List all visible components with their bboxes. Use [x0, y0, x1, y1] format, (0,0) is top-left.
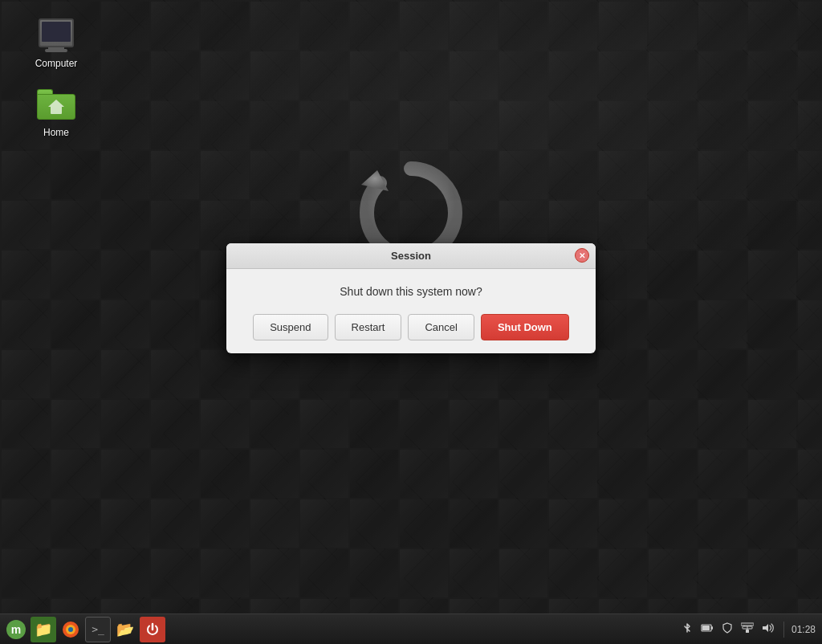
svg-rect-12: [741, 623, 754, 626]
dialog-titlebar: Session: [226, 243, 596, 269]
desktop-icons-container: Computer Home: [24, 16, 88, 138]
house-body: [51, 107, 62, 114]
taskbar: m 📁 >_ 📂: [0, 613, 822, 644]
computer-icon-label: Computer: [35, 58, 78, 69]
dialog-body: Shut down this system now? Suspend Resta…: [226, 269, 596, 353]
mint-logo-icon: m: [6, 619, 26, 640]
taskbar-separator: [783, 622, 784, 638]
battery-systray-icon[interactable]: [699, 621, 715, 638]
shutdown-button[interactable]: Shut Down: [481, 314, 569, 340]
folder-body: [37, 94, 75, 120]
battery-icon: [701, 622, 714, 634]
taskbar-left: m 📁 >_ 📂: [0, 617, 169, 642]
files-icon: 📁: [35, 621, 52, 638]
svg-rect-7: [702, 626, 710, 630]
taskbar-power-button[interactable]: [140, 617, 165, 642]
network-icon: [741, 622, 754, 634]
files2-icon: 📂: [116, 621, 134, 638]
svg-marker-15: [763, 624, 768, 632]
desktop: Computer Home Session: [0, 0, 822, 644]
svg-point-5: [68, 627, 73, 632]
folder-home-symbol: [48, 100, 64, 114]
home-icon-image: [37, 85, 75, 124]
desktop-icon-computer[interactable]: Computer: [24, 16, 88, 69]
svg-text:m: m: [11, 623, 21, 636]
taskbar-files-button[interactable]: 📁: [31, 617, 56, 642]
svg-rect-8: [711, 626, 713, 630]
dialog-buttons: Suspend Restart Cancel Shut Down: [246, 314, 576, 340]
mint-menu-button[interactable]: m: [3, 617, 29, 642]
desktop-icon-home[interactable]: Home: [24, 85, 88, 138]
terminal-icon: >_: [92, 623, 104, 635]
bluetooth-systray-icon[interactable]: [680, 621, 694, 638]
dialog-message: Shut down this system now?: [246, 285, 576, 298]
shield-systray-icon[interactable]: [720, 621, 735, 638]
session-dialog: Session Shut down this system now? Suspe…: [226, 243, 596, 353]
dialog-title: Session: [391, 250, 431, 262]
folder-icon: [37, 89, 75, 120]
house-roof: [48, 100, 64, 107]
taskbar-terminal-button[interactable]: >_: [85, 617, 111, 642]
dialog-close-button[interactable]: [575, 248, 589, 263]
firefox-icon: [61, 620, 80, 639]
shield-icon: [722, 622, 733, 634]
suspend-button[interactable]: Suspend: [253, 314, 328, 340]
taskbar-right: 01:28: [673, 621, 822, 638]
restart-button[interactable]: Restart: [335, 314, 402, 340]
volume-systray-icon[interactable]: [760, 621, 776, 638]
taskbar-files2-button[interactable]: 📂: [112, 617, 138, 642]
cancel-button[interactable]: Cancel: [408, 314, 474, 340]
network-systray-icon[interactable]: [739, 621, 755, 638]
home-icon-label: Home: [43, 127, 69, 138]
monitor-icon: [39, 18, 74, 47]
taskbar-firefox-button[interactable]: [58, 617, 83, 642]
svg-rect-9: [746, 630, 749, 633]
volume-icon: [762, 622, 775, 634]
taskbar-clock: 01:28: [791, 624, 816, 635]
bluetooth-icon: [682, 622, 693, 634]
power-icon: [145, 622, 160, 637]
computer-icon-image: [37, 16, 75, 55]
